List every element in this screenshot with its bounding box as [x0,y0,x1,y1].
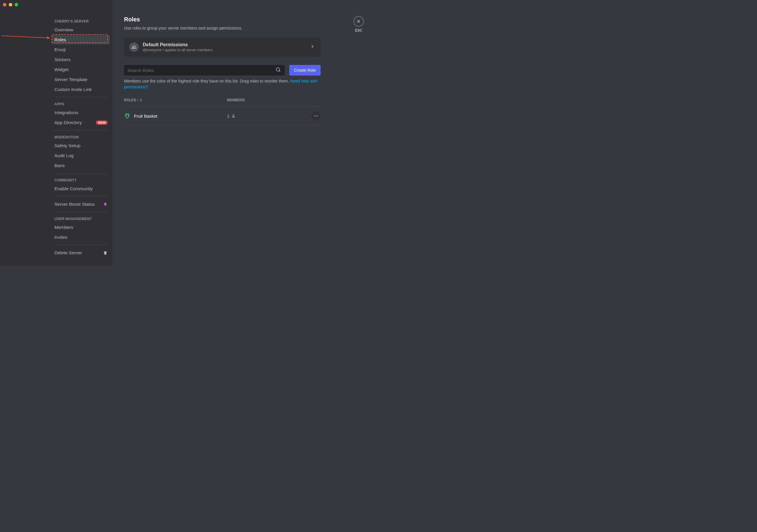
sidebar-item-server-template[interactable]: Server Template [52,75,110,84]
sidebar-item-emoji[interactable]: Emoji [52,45,110,54]
people-icon [131,45,136,50]
sidebar-section-user-management: USER MANAGEMENT [52,215,110,223]
default-permissions-title: Default Permissions [143,42,310,47]
sidebar-divider [54,196,107,197]
search-roles-input[interactable] [128,68,275,73]
svg-point-2 [127,114,128,115]
sidebar-item-server-boost-status[interactable]: Server Boost Status [52,200,110,209]
sidebar-item-stickers[interactable]: Stickers [52,55,110,64]
svg-point-5 [317,115,318,116]
sidebar-item-audit-log[interactable]: Audit Log [52,151,110,160]
svg-point-0 [276,68,280,71]
search-icon [275,67,281,74]
sidebar-item-widget[interactable]: Widget [52,65,110,74]
role-shield-icon [124,113,131,119]
members-column-header: MEMBERS [227,98,309,102]
svg-point-3 [314,115,315,116]
page-subtitle: Use roles to group your server members a… [124,26,320,30]
sidebar-item-custom-invite-link[interactable]: Custom Invite Link [52,85,110,94]
sidebar-divider [54,212,107,212]
sidebar-item-app-directory[interactable]: App Directory NEW [52,118,110,127]
sidebar-item-integrations[interactable]: Integrations [52,108,110,117]
sidebar-item-overview[interactable]: Overview [52,25,110,35]
sidebar-item-roles[interactable]: Roles [52,35,110,45]
more-horizontal-icon [313,113,318,118]
boost-gem-icon [103,202,107,206]
role-more-button[interactable] [311,111,320,121]
role-name: Fruit Basket [134,113,157,118]
svg-point-4 [316,115,317,116]
create-role-button[interactable]: Create Role [289,65,320,76]
sidebar-divider [54,130,107,131]
close-settings-area: ESC [353,16,364,32]
default-permissions-card[interactable]: Default Permissions @everyone • applies … [124,38,320,57]
page-title: Roles [124,16,320,23]
sidebar-item-safety-setup[interactable]: Safety Setup [52,141,110,150]
window-maximize-dot[interactable] [15,3,18,7]
default-permissions-subtitle: @everyone • applies to all server member… [143,48,310,52]
sidebar-item-members[interactable]: Members [52,223,110,232]
close-button[interactable] [353,16,364,27]
sidebar-section-server-name: CHERRY'S SERVER [52,17,110,25]
sidebar-section-community: COMMUNITY [52,176,110,184]
sidebar-section-moderation: MODERATION [52,134,110,141]
trash-icon [103,250,107,255]
person-icon [231,113,236,118]
svg-line-1 [279,71,281,72]
new-badge: NEW [96,121,107,125]
settings-sidebar: CHERRY'S SERVER Overview Roles Emoji Sti… [0,0,112,266]
window-close-dot[interactable] [3,3,7,7]
window-minimize-dot[interactable] [9,3,12,7]
close-label: ESC [355,28,362,32]
sidebar-item-delete-server[interactable]: Delete Server [52,248,110,258]
window-controls [3,3,18,7]
roles-hint-text: Members use the color of the highest rol… [124,78,320,90]
roles-table-header: ROLES – 1 MEMBERS [124,98,320,107]
sidebar-item-enable-community[interactable]: Enable Community [52,184,110,193]
role-row[interactable]: Fruit Basket 1 [124,107,320,126]
roles-column-header: ROLES – 1 [124,98,227,102]
sidebar-section-apps: APPS [52,100,110,108]
role-member-count: 1 [227,113,229,118]
chevron-right-icon [310,44,315,50]
close-icon [356,19,361,24]
sidebar-item-bans[interactable]: Bans [52,161,110,170]
sidebar-divider [54,245,107,245]
everyone-avatar [129,43,139,52]
sidebar-divider [54,173,107,173]
main-content-area: Roles Use roles to group your server mem… [112,0,378,266]
search-roles-box[interactable] [124,65,285,76]
sidebar-item-invites[interactable]: Invites [52,233,110,242]
